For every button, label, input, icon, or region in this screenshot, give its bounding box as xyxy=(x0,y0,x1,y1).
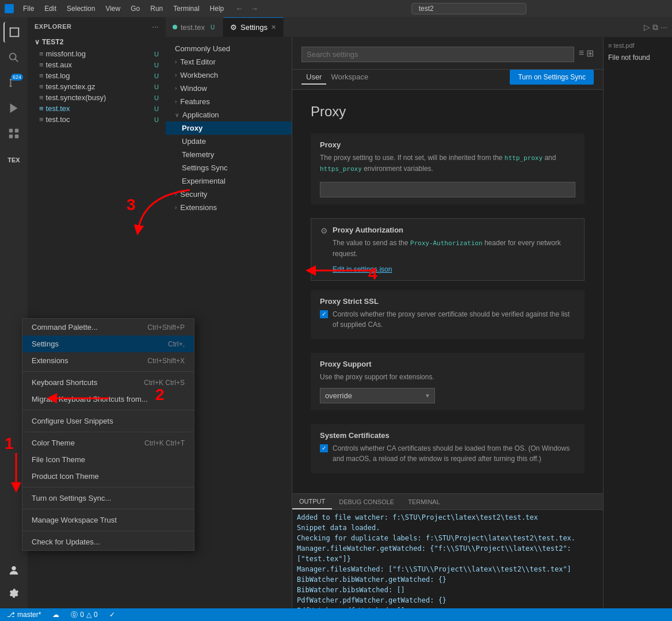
settings-nav-extensions[interactable]: › Extensions xyxy=(166,201,292,214)
chevron-right-icon: › xyxy=(175,85,177,92)
context-menu-item-check-updates[interactable]: Check for Updates... xyxy=(22,534,194,550)
context-menu-item-file-icon-theme[interactable]: File Icon Theme xyxy=(22,451,194,468)
file-icon: ≡ xyxy=(39,71,44,80)
settings-tab-user[interactable]: User xyxy=(301,70,326,85)
status-errors[interactable]: ⓪ 0 △ 0 xyxy=(68,610,100,620)
sidebar-title: EXPLORER xyxy=(35,23,72,30)
menu-view[interactable]: View xyxy=(101,3,125,14)
context-menu-item-color-theme[interactable]: Color Theme Ctrl+K Ctrl+T xyxy=(22,435,194,451)
tab-test-tex[interactable]: test.tex U xyxy=(166,17,223,37)
system-certs-checkbox[interactable]: ✓ xyxy=(320,444,328,452)
proxy-setting-block: Proxy The proxy setting to use. If not s… xyxy=(311,134,585,204)
arrow-2-svg xyxy=(46,390,115,407)
proxy-support-desc: Use the proxy support for extensions. xyxy=(320,372,575,382)
context-menu-item-keyboard-shortcuts[interactable]: Keyboard Shortcuts Ctrl+K Ctrl+S xyxy=(22,374,194,391)
run-button[interactable]: ▷ xyxy=(644,22,650,32)
sync-button[interactable]: Turn on Settings Sync xyxy=(510,70,594,85)
settings-nav-update[interactable]: Update xyxy=(166,135,292,148)
list-item[interactable]: ≡ test.aux U xyxy=(28,59,166,70)
menu-go[interactable]: Go xyxy=(126,3,144,14)
tab-terminal[interactable]: TERMINAL xyxy=(401,494,447,509)
context-menu-divider xyxy=(22,371,194,372)
filter-icon[interactable]: ⊞ xyxy=(586,48,594,59)
context-menu-item-settings[interactable]: Settings Ctrl+, xyxy=(22,336,194,352)
settings-nav-application[interactable]: ∨ Application xyxy=(166,108,292,121)
list-item[interactable]: ≡ test.toc U xyxy=(28,114,166,125)
settings-nav-telemetry[interactable]: Telemetry xyxy=(166,148,292,161)
settings-nav-settings-sync[interactable]: Settings Sync xyxy=(166,161,292,174)
list-item[interactable]: ≡ test.tex U xyxy=(28,103,166,114)
sidebar-actions[interactable]: ··· xyxy=(152,22,159,31)
list-item[interactable]: ≡ test.synctex(busy) U xyxy=(28,92,166,103)
log-line: Snippet data loaded. xyxy=(297,523,598,533)
settings-nav-commonly-used[interactable]: Commonly Used xyxy=(166,42,292,55)
activity-run[interactable] xyxy=(3,98,24,119)
activity-settings[interactable] xyxy=(3,583,24,604)
activity-explorer[interactable] xyxy=(3,22,24,43)
menu-edit[interactable]: Edit xyxy=(40,3,61,14)
menu-bar[interactable]: File Edit Selection View Go Run Terminal… xyxy=(18,3,228,14)
list-item[interactable]: ≡ test.synctex.gz U xyxy=(28,81,166,92)
status-bar: ⎇ master* ☁ ⓪ 0 △ 0 ✓ xyxy=(0,608,672,621)
edit-settings-json-link[interactable]: Edit in settings.json xyxy=(333,265,392,273)
context-menu-item-extensions[interactable]: Extensions Ctrl+Shift+X xyxy=(22,352,194,369)
menu-selection[interactable]: Selection xyxy=(62,3,100,14)
status-check[interactable]: ✓ xyxy=(107,611,117,619)
context-menu-item-product-icon-theme[interactable]: Product Icon Theme xyxy=(22,468,194,485)
app-icon xyxy=(5,4,14,13)
settings-nav-features[interactable]: › Features xyxy=(166,95,292,108)
more-actions-button[interactable]: ··· xyxy=(660,22,667,32)
proxy-content: Proxy Proxy The proxy setting to use. If… xyxy=(292,90,603,493)
context-menu-item-workspace-trust[interactable]: Manage Workspace Trust xyxy=(22,512,194,528)
activity-accounts[interactable] xyxy=(3,560,24,581)
status-cloud[interactable]: ☁ xyxy=(50,611,62,619)
shortcut-label: Ctrl+Shift+P xyxy=(147,323,185,332)
warning-count: 0 xyxy=(94,611,98,619)
gear-icon[interactable]: ⚙ xyxy=(320,226,328,235)
menu-run[interactable]: Run xyxy=(146,3,167,14)
settings-search-input[interactable] xyxy=(301,47,574,62)
step-4-label: 4 xyxy=(368,265,377,283)
menu-file[interactable]: File xyxy=(18,3,39,14)
svg-point-2 xyxy=(10,85,12,87)
proxy-support-select[interactable]: override off on xyxy=(320,388,435,403)
tab-output[interactable]: OUTPUT xyxy=(292,494,332,509)
nav-back-button[interactable]: ← xyxy=(233,3,246,14)
activity-search[interactable] xyxy=(3,47,24,68)
proxy-setting-name: Proxy xyxy=(320,140,575,149)
activity-extensions[interactable] xyxy=(3,123,24,144)
nav-forward-button[interactable]: → xyxy=(248,3,261,14)
settings-tab-workspace[interactable]: Workspace xyxy=(326,70,373,85)
tab-close-button[interactable]: ✕ xyxy=(271,24,276,31)
svg-rect-6 xyxy=(9,129,13,132)
list-item[interactable]: ≡ test.log U xyxy=(28,70,166,81)
chevron-right-icon: › xyxy=(175,72,177,78)
settings-nav-security[interactable]: › Security xyxy=(166,188,292,201)
svg-point-0 xyxy=(10,54,16,60)
proxy-strict-ssl-checkbox[interactable]: ✓ xyxy=(320,310,328,318)
menu-help[interactable]: Help xyxy=(205,3,229,14)
list-icon[interactable]: ≡ xyxy=(579,48,584,59)
context-menu-item-turn-on-sync[interactable]: Turn on Settings Sync... xyxy=(22,490,194,506)
tab-debug-console[interactable]: DEBUG CONSOLE xyxy=(332,494,401,509)
tab-settings[interactable]: ⚙ Settings ✕ xyxy=(223,17,284,37)
global-search-input[interactable] xyxy=(411,3,526,14)
step-2-label: 2 xyxy=(155,386,165,404)
proxy-value-input[interactable] xyxy=(320,182,575,197)
settings-nav-experimental[interactable]: Experimental xyxy=(166,174,292,188)
settings-nav-proxy[interactable]: Proxy xyxy=(166,121,292,135)
error-icon: ⓪ xyxy=(71,610,78,620)
status-branch[interactable]: ⎇ master* xyxy=(5,611,43,619)
context-menu-item-command-palette[interactable]: Command Palette... Ctrl+Shift+P xyxy=(22,319,194,336)
activity-source-control[interactable]: 624 xyxy=(3,73,24,93)
menu-terminal[interactable]: Terminal xyxy=(169,3,204,14)
list-item[interactable]: ≡ missfont.log U xyxy=(28,48,166,59)
settings-nav-workbench[interactable]: › Workbench xyxy=(166,68,292,82)
chevron-down-icon: ∨ xyxy=(175,112,179,118)
context-menu-item-snippets[interactable]: Configure User Snippets xyxy=(22,413,194,429)
settings-nav-text-editor[interactable]: › Text Editor xyxy=(166,55,292,68)
sidebar-more-actions[interactable]: ··· xyxy=(152,22,159,31)
settings-nav-window[interactable]: › Window xyxy=(166,82,292,95)
split-editor-button[interactable]: ⧉ xyxy=(652,22,658,32)
workspace-root[interactable]: ∨ TEST2 xyxy=(28,36,166,48)
